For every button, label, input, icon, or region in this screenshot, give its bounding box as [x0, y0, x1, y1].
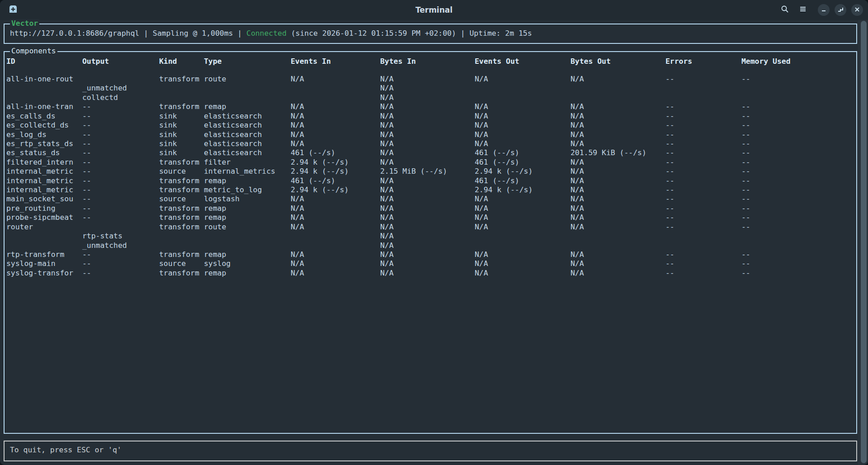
scrollbar-thumb[interactable]	[861, 21, 867, 463]
cell-events_out: N/A	[475, 223, 488, 232]
cell-events_in: N/A	[291, 195, 304, 204]
cell-errors: --	[665, 176, 675, 185]
cell-kind: source	[159, 259, 186, 268]
cell-bytes_out: N/A	[571, 158, 584, 167]
menu-button[interactable]	[797, 4, 809, 16]
cell-id: es_rtp_stats_ds	[6, 139, 73, 148]
terminal-content[interactable]: Vector http://127.0.0.1:8686/graphql | S…	[0, 20, 868, 465]
cell-type: filter	[204, 158, 231, 167]
table-row: internal_metric--transformmetric_to_log2…	[0, 185, 868, 195]
cell-kind: transform	[159, 102, 199, 111]
cell-bytes_out: N/A	[571, 213, 584, 222]
cell-output: --	[82, 185, 91, 195]
cell-kind: sink	[159, 139, 177, 148]
new-tab-button[interactable]	[7, 4, 19, 16]
scrollbar-track[interactable]	[858, 20, 868, 465]
cell-type: metric_to_log	[204, 185, 262, 195]
cell-type: remap	[204, 269, 226, 278]
cell-events_out: N/A	[475, 250, 488, 259]
status-since-uptime: (since 2026-01-12 01:15:59 PM +02:00) | …	[287, 29, 532, 38]
cell-events_out: N/A	[475, 195, 488, 204]
cell-bytes_in: N/A	[380, 148, 394, 157]
window-title: Terminal	[0, 0, 868, 20]
cell-output: rtp-stats	[82, 232, 123, 241]
cell-id: router	[6, 223, 33, 232]
cell-memory_used: --	[741, 259, 750, 268]
cell-output: --	[82, 167, 91, 176]
cell-events_in: N/A	[291, 112, 304, 121]
cell-bytes_in: N/A	[380, 250, 394, 259]
cell-errors: --	[665, 250, 675, 259]
cell-output: --	[82, 148, 91, 157]
cell-output: --	[82, 195, 91, 204]
cell-type: remap	[204, 213, 226, 222]
close-button[interactable]	[851, 4, 863, 16]
cell-events_out: 461 (--/s)	[475, 148, 519, 157]
cell-kind: sink	[159, 130, 177, 139]
quit-hint-panel: To quit, press ESC or 'q'	[4, 441, 857, 461]
table-row: es_collectd_ds--sinkelasticsearchN/AN/AN…	[0, 121, 868, 130]
cell-output: _unmatched	[82, 241, 127, 250]
cell-id: es_log_ds	[6, 130, 47, 139]
cell-errors: --	[665, 130, 675, 139]
cell-output: --	[82, 121, 91, 130]
cell-type: route	[204, 223, 226, 232]
table-row: es_status_ds--sinkelasticsearch461 (--/s…	[0, 148, 868, 157]
connected-status: Connected	[246, 29, 287, 38]
cell-id: main_socket_sou	[6, 195, 73, 204]
cell-output: --	[82, 204, 91, 213]
column-header-errors: Errors	[665, 57, 692, 66]
table-row: all-in-one-routtransformrouteN/AN/AN/AN/…	[0, 75, 868, 84]
restore-button[interactable]	[835, 4, 846, 16]
cell-output: --	[82, 269, 91, 278]
cell-bytes_in: N/A	[380, 139, 394, 148]
new-tab-icon	[8, 4, 19, 16]
cell-memory_used: --	[741, 158, 750, 167]
cell-output: --	[82, 102, 91, 111]
cell-kind: transform	[159, 269, 199, 278]
cell-events_out: 2.94 k (--/s)	[475, 185, 533, 195]
cell-memory_used: --	[741, 121, 750, 130]
cell-id: internal_metric	[6, 167, 73, 176]
cell-id: probe-sipcmbeat	[6, 213, 73, 222]
cell-errors: --	[665, 148, 675, 157]
cell-bytes_out: 201.59 KiB (--/s)	[571, 148, 646, 157]
minimize-button[interactable]	[818, 4, 830, 16]
table-row: es_log_ds--sinkelasticsearchN/AN/AN/AN/A…	[0, 130, 868, 139]
cell-errors: --	[665, 102, 675, 111]
cell-memory_used: --	[741, 213, 750, 222]
cell-kind: sink	[159, 112, 177, 121]
cell-kind: transform	[159, 176, 199, 185]
connection-status-line: http://127.0.0.1:8686/graphql | Sampling…	[10, 29, 532, 38]
cell-kind: transform	[159, 213, 199, 222]
cell-kind: transform	[159, 185, 199, 195]
vector-panel-title: Vector	[10, 19, 39, 28]
status-url-sampling: http://127.0.0.1:8686/graphql | Sampling…	[10, 29, 246, 38]
cell-kind: transform	[159, 75, 199, 84]
cell-events_in: N/A	[291, 250, 304, 259]
search-icon	[781, 5, 789, 15]
column-header-bytes_out: Bytes Out	[571, 57, 611, 66]
cell-bytes_in: N/A	[380, 195, 394, 204]
cell-bytes_out: N/A	[571, 75, 584, 84]
cell-memory_used: --	[741, 250, 750, 259]
cell-bytes_out: N/A	[571, 259, 584, 268]
cell-type: elasticsearch	[204, 130, 262, 139]
search-button[interactable]	[779, 4, 791, 16]
cell-kind: transform	[159, 223, 199, 232]
column-header-kind: Kind	[159, 57, 177, 66]
cell-memory_used: --	[741, 112, 750, 121]
table-row: internal_metric--transformremap461 (--/s…	[0, 176, 868, 185]
cell-errors: --	[665, 158, 675, 167]
cell-events_out: 461 (--/s)	[475, 176, 519, 185]
cell-output: _unmatched	[82, 84, 127, 93]
cell-events_in: N/A	[291, 130, 304, 139]
cell-type: remap	[204, 176, 226, 185]
cell-kind: transform	[159, 204, 199, 213]
cell-type: elasticsearch	[204, 148, 262, 157]
cell-events_out: N/A	[475, 204, 488, 213]
cell-events_in: 461 (--/s)	[291, 176, 335, 185]
cell-errors: --	[665, 195, 675, 204]
column-header-bytes_in: Bytes In	[380, 57, 416, 66]
cell-memory_used: --	[741, 269, 750, 278]
